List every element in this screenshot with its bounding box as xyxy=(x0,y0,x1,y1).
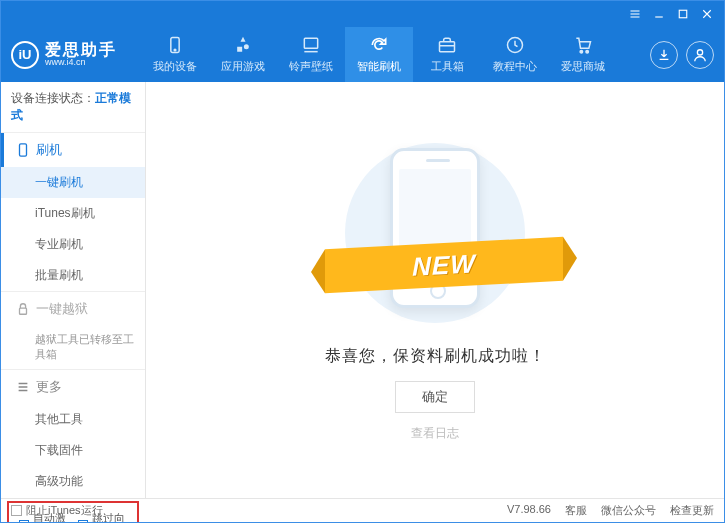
sidebar-header-flash[interactable]: 刷机 xyxy=(1,133,145,167)
checkbox-label: 阻止iTunes运行 xyxy=(26,503,103,518)
list-icon xyxy=(16,380,30,394)
sidebar-header-label: 一键越狱 xyxy=(36,300,88,318)
lock-icon xyxy=(16,302,30,316)
nav-label: 我的设备 xyxy=(153,59,197,74)
download-button[interactable] xyxy=(650,41,678,69)
sidebar: 设备连接状态：正常模式 刷机 一键刷机 iTunes刷机 专业刷机 批量刷机 一… xyxy=(1,82,146,498)
footer-link-update[interactable]: 检查更新 xyxy=(670,503,714,518)
nav-ringtones[interactable]: 铃声壁纸 xyxy=(277,27,345,82)
connection-status: 设备连接状态：正常模式 xyxy=(1,82,145,132)
svg-rect-10 xyxy=(20,308,27,314)
phone-icon xyxy=(165,35,185,55)
toolbox-icon xyxy=(437,35,457,55)
nav-label: 工具箱 xyxy=(431,59,464,74)
phone-icon xyxy=(16,143,30,157)
view-log-link[interactable]: 查看日志 xyxy=(411,425,459,442)
jailbreak-note: 越狱工具已转移至工具箱 xyxy=(1,326,145,369)
nav-label: 爱思商城 xyxy=(561,59,605,74)
logo-text: 爱思助手 www.i4.cn xyxy=(45,41,117,68)
sidebar-item-oneclick[interactable]: 一键刷机 xyxy=(1,167,145,198)
nav-flash[interactable]: 智能刷机 xyxy=(345,27,413,82)
body: 设备连接状态：正常模式 刷机 一键刷机 iTunes刷机 专业刷机 批量刷机 一… xyxy=(1,82,724,498)
sidebar-section-flash: 刷机 一键刷机 iTunes刷机 专业刷机 批量刷机 xyxy=(1,132,145,291)
svg-rect-3 xyxy=(304,38,317,48)
footer-right: V7.98.66 客服 微信公众号 检查更新 xyxy=(507,503,714,518)
menu-button[interactable] xyxy=(624,5,646,23)
sidebar-item-itunes[interactable]: iTunes刷机 xyxy=(1,198,145,229)
svg-point-7 xyxy=(586,50,589,52)
sidebar-header-jailbreak[interactable]: 一键越狱 xyxy=(1,292,145,326)
sidebar-header-more[interactable]: 更多 xyxy=(1,370,145,404)
nav-label: 教程中心 xyxy=(493,59,537,74)
sidebar-item-firmware[interactable]: 下载固件 xyxy=(1,435,145,466)
success-message: 恭喜您，保资料刷机成功啦！ xyxy=(325,346,546,367)
nav-store[interactable]: 爱思商城 xyxy=(549,27,617,82)
checkbox-icon xyxy=(11,505,22,516)
music-icon xyxy=(301,35,321,55)
sidebar-item-advanced[interactable]: 高级功能 xyxy=(1,466,145,497)
refresh-icon xyxy=(369,35,389,55)
success-illustration: NEW xyxy=(325,138,545,328)
logo[interactable]: iU 爱思助手 www.i4.cn xyxy=(11,41,141,69)
header-right xyxy=(650,41,714,69)
nav-label: 智能刷机 xyxy=(357,59,401,74)
apps-icon xyxy=(233,35,253,55)
svg-point-6 xyxy=(580,50,583,52)
sidebar-section-jailbreak: 一键越狱 越狱工具已转移至工具箱 xyxy=(1,291,145,369)
svg-point-8 xyxy=(697,49,702,54)
svg-rect-4 xyxy=(440,42,455,52)
minimize-button[interactable] xyxy=(648,5,670,23)
version-label: V7.98.66 xyxy=(507,503,551,518)
sidebar-item-other-tools[interactable]: 其他工具 xyxy=(1,404,145,435)
svg-point-2 xyxy=(174,49,176,51)
window-controls xyxy=(624,5,718,23)
close-button[interactable] xyxy=(696,5,718,23)
sidebar-item-batch[interactable]: 批量刷机 xyxy=(1,260,145,291)
nav-toolbox[interactable]: 工具箱 xyxy=(413,27,481,82)
maximize-button[interactable] xyxy=(672,5,694,23)
connection-label: 设备连接状态： xyxy=(11,91,95,105)
ribbon-text: NEW xyxy=(412,248,476,282)
nav-tutorials[interactable]: 教程中心 xyxy=(481,27,549,82)
book-icon xyxy=(505,35,525,55)
logo-icon: iU xyxy=(11,41,39,69)
titlebar xyxy=(1,1,724,27)
cart-icon xyxy=(573,35,593,55)
checkbox-block-itunes[interactable]: 阻止iTunes运行 xyxy=(11,503,103,518)
svg-rect-0 xyxy=(679,10,687,18)
navbar: 我的设备 应用游戏 铃声壁纸 智能刷机 工具箱 教程中心 爱思商城 xyxy=(141,27,650,82)
user-button[interactable] xyxy=(686,41,714,69)
nav-my-device[interactable]: 我的设备 xyxy=(141,27,209,82)
main-content: NEW 恭喜您，保资料刷机成功啦！ 确定 查看日志 xyxy=(146,82,724,498)
sidebar-item-pro[interactable]: 专业刷机 xyxy=(1,229,145,260)
sidebar-section-more: 更多 其他工具 下载固件 高级功能 xyxy=(1,369,145,497)
sidebar-header-label: 刷机 xyxy=(36,141,62,159)
footer-link-support[interactable]: 客服 xyxy=(565,503,587,518)
sidebar-header-label: 更多 xyxy=(36,378,62,396)
svg-rect-9 xyxy=(20,144,27,156)
nav-apps[interactable]: 应用游戏 xyxy=(209,27,277,82)
nav-label: 应用游戏 xyxy=(221,59,265,74)
footer-link-wechat[interactable]: 微信公众号 xyxy=(601,503,656,518)
header: iU 爱思助手 www.i4.cn 我的设备 应用游戏 铃声壁纸 智能刷机 工具… xyxy=(1,27,724,82)
nav-label: 铃声壁纸 xyxy=(289,59,333,74)
confirm-button[interactable]: 确定 xyxy=(395,381,475,413)
